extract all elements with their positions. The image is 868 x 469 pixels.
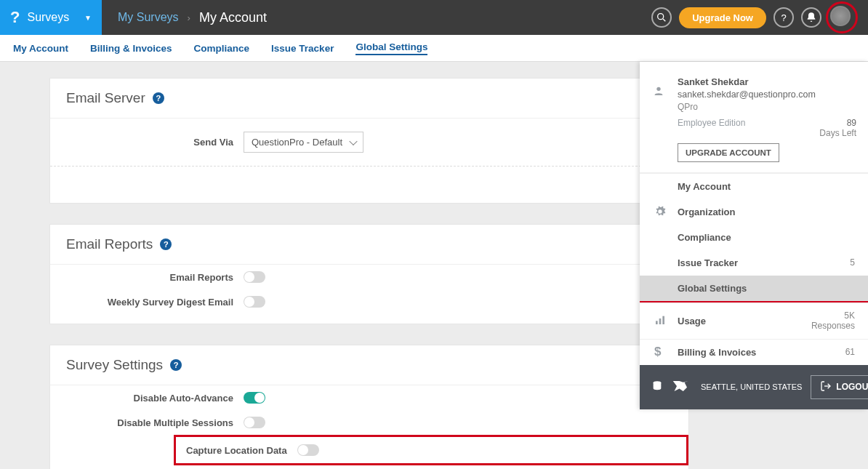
panel-edition-label: Employee Edition <box>678 118 745 139</box>
send-via-label: Send Via <box>66 137 233 148</box>
disable-multiple-sessions-row: Disable Multiple Sessions <box>50 410 688 435</box>
content-column: Email Server ? Send Via QuestionPro - De… <box>49 62 689 469</box>
bar-chart-icon <box>654 314 666 328</box>
card-title-label: Survey Settings <box>66 357 163 373</box>
chevron-right-icon: › <box>188 12 190 23</box>
weekly-digest-toggle[interactable] <box>244 296 265 308</box>
days-left-label: Days Left <box>819 128 856 138</box>
disable-auto-advance-row: Disable Auto-Advance <box>50 385 688 410</box>
email-reports-toggle[interactable] <box>244 271 265 283</box>
breadcrumb: My Surveys › My Account <box>102 10 267 25</box>
help-icon[interactable]: ? <box>153 92 164 104</box>
topbar: ? Surveys ▼ My Surveys › My Account Upgr… <box>0 0 868 35</box>
email-server-card: Email Server ? Send Via QuestionPro - De… <box>49 78 689 204</box>
panel-item-organization[interactable]: Organization <box>640 199 868 225</box>
panel-section-account: My Account Organization Compliance Issue… <box>640 173 868 302</box>
panel-item-usage[interactable]: Usage 5K Responses <box>640 303 868 339</box>
send-via-select[interactable]: QuestionPro - Default <box>244 132 363 153</box>
search-button[interactable] <box>651 7 672 28</box>
weekly-digest-row: Weekly Survey Digest Email <box>50 289 688 324</box>
logout-label: LOGOUT <box>836 382 868 392</box>
panel-item-billing[interactable]: $ Billing & Invoices 61 <box>640 340 868 365</box>
breadcrumb-parent[interactable]: My Surveys <box>118 11 179 24</box>
svg-point-0 <box>658 14 664 20</box>
card-title-label: Email Reports <box>66 236 153 252</box>
issue-tracker-count: 5 <box>850 257 855 268</box>
disable-multiple-sessions-toggle[interactable] <box>244 417 265 428</box>
subnav-my-account[interactable]: My Account <box>13 43 68 54</box>
disable-auto-advance-toggle[interactable] <box>244 392 265 404</box>
survey-settings-title: Survey Settings ? <box>50 345 688 385</box>
survey-settings-card: Survey Settings ? Disable Auto-Advance D… <box>49 345 689 469</box>
panel-item-label: Organization <box>678 207 735 217</box>
panel-user-org: QPro <box>678 102 856 112</box>
panel-section-usage: Usage 5K Responses <box>640 302 868 339</box>
footer-location: SEATTLE, UNITED STATES <box>701 382 802 391</box>
panel-item-label: Usage <box>678 316 706 326</box>
panel-item-issue-tracker[interactable]: Issue Tracker 5 <box>640 250 868 276</box>
email-reports-title: Email Reports ? <box>50 225 688 265</box>
capture-location-toggle[interactable] <box>297 444 319 456</box>
subnav-billing[interactable]: Billing & Invoices <box>90 43 172 54</box>
subnav-issue-tracker[interactable]: Issue Tracker <box>271 43 334 54</box>
days-left-number: 89 <box>847 118 856 128</box>
panel-user-email: sanket.shekdar@questionpro.com <box>678 87 856 102</box>
panel-item-label: Global Settings <box>678 283 747 294</box>
subnav-compliance[interactable]: Compliance <box>194 43 250 54</box>
panel-item-label: Billing & Invoices <box>678 347 756 358</box>
capture-location-highlight: Capture Location Data <box>174 435 688 465</box>
dollar-icon: $ <box>654 345 661 359</box>
panel-user-name: Sanket Shekdar <box>678 76 856 87</box>
email-reports-card: Email Reports ? Email Reports Weekly Sur… <box>49 224 689 324</box>
panel-footer: SEATTLE, UNITED STATES LOGOUT <box>640 365 868 409</box>
svg-rect-5 <box>662 316 664 324</box>
search-icon <box>656 12 667 23</box>
brand-surveys-button[interactable]: ? Surveys ▼ <box>0 0 102 35</box>
capture-location-label: Capture Location Data <box>186 445 287 456</box>
email-reports-label: Email Reports <box>66 272 233 283</box>
send-via-value: QuestionPro - Default <box>252 137 342 148</box>
map-icon <box>672 380 692 395</box>
panel-item-my-account[interactable]: My Account <box>640 174 868 199</box>
panel-item-compliance[interactable]: Compliance <box>640 225 868 250</box>
panel-item-label: Issue Tracker <box>678 257 738 268</box>
brand-label: Surveys <box>27 11 69 24</box>
subnav-global-settings[interactable]: Global Settings <box>355 41 427 55</box>
panel-item-label: Compliance <box>678 232 731 243</box>
usage-meta: 5K Responses <box>811 310 855 332</box>
send-via-row: Send Via QuestionPro - Default <box>50 119 688 167</box>
weekly-digest-label: Weekly Survey Digest Email <box>66 297 233 308</box>
brand-logo-icon: ? <box>10 8 20 27</box>
disable-auto-advance-label: Disable Auto-Advance <box>66 393 233 404</box>
subnav: My Account Billing & Invoices Compliance… <box>0 35 868 62</box>
svg-rect-3 <box>656 321 658 324</box>
notifications-button[interactable] <box>801 7 821 28</box>
help-button[interactable]: ? <box>773 7 794 28</box>
top-actions: Upgrade Now ? <box>651 0 855 35</box>
help-icon[interactable]: ? <box>160 238 172 250</box>
disable-multiple-sessions-label: Disable Multiple Sessions <box>66 417 233 428</box>
bell-icon <box>805 12 817 23</box>
user-panel: Sanket Shekdar sanket.shekdar@questionpr… <box>640 62 868 409</box>
user-avatar-button[interactable] <box>830 6 851 26</box>
card-title-label: Email Server <box>66 90 145 106</box>
usage-count: 5K <box>844 310 855 321</box>
logout-button[interactable]: LOGOUT <box>811 375 868 399</box>
svg-rect-4 <box>659 318 662 324</box>
panel-section-billing: $ Billing & Invoices 61 <box>640 339 868 365</box>
panel-item-global-settings[interactable]: Global Settings <box>640 276 868 302</box>
usage-unit: Responses <box>811 321 855 331</box>
upgrade-now-button[interactable]: Upgrade Now <box>679 7 766 28</box>
email-server-title: Email Server ? <box>50 79 688 119</box>
panel-header: Sanket Shekdar sanket.shekdar@questionpr… <box>640 62 868 173</box>
svg-point-2 <box>656 87 660 91</box>
chevron-down-icon: ▼ <box>84 14 92 22</box>
panel-item-label: My Account <box>678 181 731 192</box>
page-body: Email Server ? Send Via QuestionPro - De… <box>0 62 868 469</box>
question-icon: ? <box>781 12 786 23</box>
billing-count: 61 <box>845 347 855 357</box>
avatar-wrapper <box>829 4 855 31</box>
upgrade-account-button[interactable]: UPGRADE ACCOUNT <box>678 143 779 162</box>
breadcrumb-current: My Account <box>199 10 267 25</box>
help-icon[interactable]: ? <box>170 359 182 371</box>
